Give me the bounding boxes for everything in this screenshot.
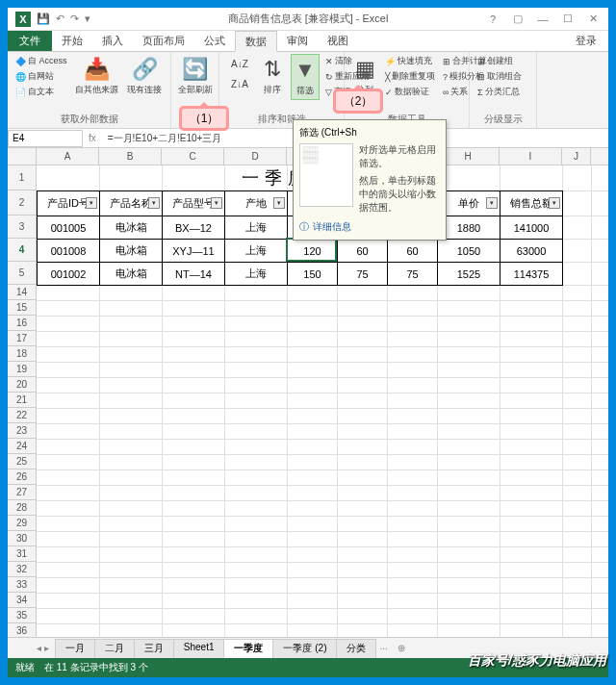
tab-data[interactable]: 数据 [235,31,277,52]
column-header-A[interactable]: A [37,148,99,165]
row-header-18[interactable]: 18 [8,346,36,362]
sheet-tab[interactable]: 一季度 (2) [272,639,337,658]
table-cell[interactable]: 001008 [38,240,100,263]
row-header-15[interactable]: 15 [8,300,36,316]
sheet-nav[interactable]: ◂ ▸ [31,643,55,653]
table-header[interactable]: 销售总额▾ [500,191,563,216]
table-cell[interactable]: 75 [338,263,388,286]
subtotal-button[interactable]: Σ分类汇总 [475,85,524,99]
row-header-28[interactable]: 28 [8,500,36,516]
row-header-17[interactable]: 17 [8,331,36,346]
tooltip-more-link[interactable]: ⓘ详细信息 [299,215,440,234]
sheet-tab[interactable]: 二月 [94,639,135,658]
sort-button[interactable]: ⇅排序 [258,54,287,98]
table-cell[interactable]: XYJ—11 [163,240,225,263]
table-cell[interactable]: 上海 [225,216,288,240]
table-cell[interactable]: NT—14 [163,263,225,286]
table-cell[interactable]: BX—12 [163,216,225,240]
row-header-29[interactable]: 29 [8,516,36,531]
filter-dropdown[interactable]: ▾ [549,197,560,209]
tab-formulas[interactable]: 公式 [194,31,235,51]
sheet-tab[interactable]: 三月 [134,639,174,658]
save-icon[interactable]: 💾 [37,13,50,25]
tab-view[interactable]: 视图 [318,31,358,51]
name-box[interactable] [8,130,83,147]
column-header-I[interactable]: I [500,148,562,165]
minimize-button[interactable]: — [531,11,554,28]
row-header-14[interactable]: 14 [8,285,36,300]
qat-customize-icon[interactable]: ▾ [85,13,90,25]
row-header-36[interactable]: 36 [8,623,36,637]
row-header-4[interactable]: 4 [8,239,36,262]
redo-icon[interactable]: ↷ [70,13,79,25]
from-web-button[interactable]: 🌐自网站 [13,69,69,84]
tab-file[interactable]: 文件 [8,31,52,51]
from-access-button[interactable]: 🔷自 Access [13,54,69,68]
column-header-B[interactable]: B [99,148,162,165]
table-cell[interactable]: 电冰箱 [100,240,163,263]
filter-dropdown[interactable]: ▾ [86,197,97,209]
row-header-27[interactable]: 27 [8,485,36,500]
undo-icon[interactable]: ↶ [56,13,64,25]
row-header-5[interactable]: 5 [8,262,36,285]
table-cell[interactable]: 上海 [225,240,288,263]
table-cell[interactable]: 141000 [500,216,563,240]
sheet-tab[interactable]: 分类 [336,639,376,658]
row-header-30[interactable]: 30 [8,531,36,546]
row-header-25[interactable]: 25 [8,454,36,469]
sort-asc-button[interactable]: A↓Z [225,54,254,73]
table-cell[interactable]: 114375 [500,263,563,286]
row-header-31[interactable]: 31 [8,546,36,562]
row-header-33[interactable]: 33 [8,577,36,593]
sheet-tab[interactable]: Sheet1 [173,639,225,658]
table-cell[interactable]: 150 [288,263,338,286]
table-header[interactable]: 产品型号▾ [163,191,225,216]
sheet-tab[interactable]: 一季度 [223,639,273,658]
ribbon-options-icon[interactable]: ▢ [506,11,529,28]
remove-dup-button[interactable]: ╳删除重复项 [383,69,437,84]
table-cell[interactable]: 75 [388,263,438,286]
table-cell[interactable]: 1880 [438,216,500,240]
existing-conn-button[interactable]: 🔗现有连接 [125,54,165,98]
table-cell[interactable]: 120 [288,240,338,263]
column-header-C[interactable]: C [162,148,224,165]
fx-icon[interactable]: fx [83,133,102,143]
group-button[interactable]: ⊞创建组 [475,54,524,68]
filter-dropdown[interactable]: ▾ [486,197,498,209]
row-header-3[interactable]: 3 [8,216,36,239]
flash-fill-button[interactable]: ⚡快速填充 [383,54,437,68]
sort-desc-button[interactable]: Z↓A [225,74,254,93]
from-other-button[interactable]: 📥自其他来源 [73,54,121,98]
table-cell[interactable]: 60 [388,240,438,263]
login-link[interactable]: 登录 [564,31,608,51]
help-icon[interactable]: ? [481,11,504,28]
tab-home[interactable]: 开始 [52,31,92,51]
more-sheets[interactable]: ... [375,639,391,658]
column-header-D[interactable]: D [224,148,287,165]
sheet-tab[interactable]: 一月 [55,639,95,658]
table-cell[interactable]: 电冰箱 [100,216,163,240]
table-cell[interactable]: 电冰箱 [100,263,163,286]
table-cell[interactable]: 001002 [38,263,100,286]
row-header-32[interactable]: 32 [8,562,36,577]
refresh-all-button[interactable]: 🔄全部刷新 [177,54,213,98]
filter-dropdown[interactable]: ▾ [211,197,222,209]
table-cell[interactable]: 60 [338,240,388,263]
table-cell[interactable]: 63000 [500,240,563,263]
tab-insert[interactable]: 插入 [92,31,133,51]
new-sheet-button[interactable]: ⊕ [392,641,411,655]
column-header-J[interactable]: J [562,148,591,165]
table-cell[interactable]: 1050 [438,240,500,263]
row-header-23[interactable]: 23 [8,423,36,439]
filter-dropdown[interactable]: ▾ [273,197,285,209]
filter-dropdown[interactable]: ▾ [148,197,160,209]
tab-layout[interactable]: 页面布局 [133,31,194,51]
row-header-22[interactable]: 22 [8,408,36,423]
table-header[interactable]: 单价▾ [438,191,500,216]
row-header-21[interactable]: 21 [8,393,36,408]
row-header-16[interactable]: 16 [8,316,36,331]
maximize-button[interactable]: ☐ [556,11,579,28]
row-header-2[interactable]: 2 [8,190,36,216]
table-header[interactable]: 产品ID号▾ [38,191,100,216]
filter-button[interactable]: ▼筛选 [291,54,320,100]
